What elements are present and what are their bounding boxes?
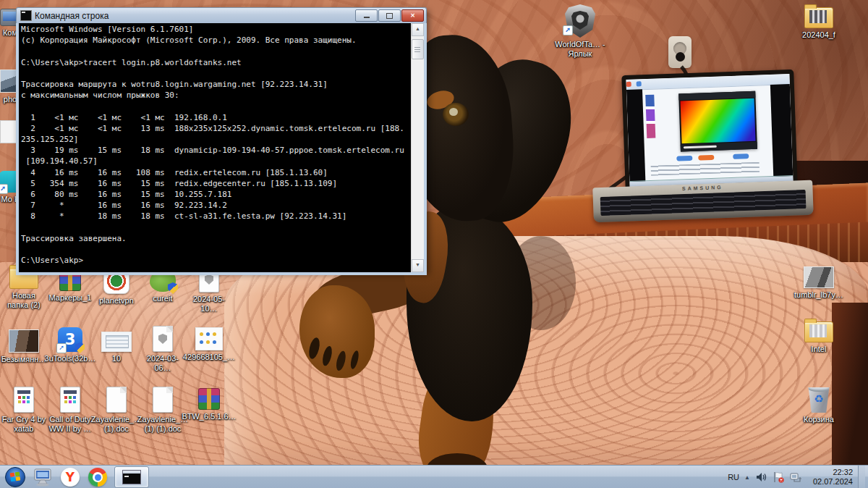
desktop-icon-label: Маркеры_1 <box>49 293 92 303</box>
laptop-letterbox-right <box>770 84 793 177</box>
desktop-icon-label: pho <box>4 95 17 104</box>
desktop-icon-label: Call of Duty WW II by … <box>48 415 93 434</box>
cmd-icon <box>122 470 141 484</box>
desktop-icon-farcry[interactable]: Far Cry 4 by xatab <box>1 387 46 434</box>
tray-time: 22:32 <box>813 468 853 477</box>
scroll-down-icon[interactable]: ▼ <box>412 259 424 272</box>
desktop-icon-label: 10 <box>112 354 121 363</box>
laptop-video-player <box>678 91 757 152</box>
desktop-icon-label: Intel <box>812 345 827 354</box>
cmd-body: Microsoft Windows [Version 6.1.7601] (c)… <box>16 23 427 275</box>
desktop-icon-zayavlenie-1[interactable]: Zayavlenie_… (1).doc <box>94 387 139 434</box>
document-icon <box>153 387 173 413</box>
tray-date: 02.07.2024 <box>813 477 853 487</box>
hidden-icons-chevron[interactable]: ▲ <box>744 474 750 481</box>
desktop-icon-label: 3uTools(32b… <box>45 354 96 363</box>
desktop-icon-10[interactable]: 10 <box>94 332 139 363</box>
document-icon <box>0 120 17 143</box>
recycle-bin-icon: ♻ <box>808 385 830 413</box>
onscreen-keyboard-icon[interactable] <box>32 467 54 487</box>
desktop-icon-label: 2024-03-06… <box>140 354 185 373</box>
folder-icon <box>804 321 833 342</box>
desktop-icon-label: Новая папка (2) <box>1 291 46 310</box>
laptop-browser-page <box>626 74 793 187</box>
desktop-icon-intel[interactable]: Intel <box>796 321 842 354</box>
yandex-browser-icon[interactable]: Y <box>59 467 81 487</box>
document-icon <box>106 387 127 413</box>
laptop-rainbow-video <box>681 98 756 144</box>
desktop-icon-worldoftanks[interactable]: ➚ WorldOfTa… - Ярлык <box>554 4 606 59</box>
desktop-icon-label: Корзина <box>804 415 834 424</box>
laptop-page-text <box>651 162 760 176</box>
cmd-window-title: Командная строка <box>35 11 354 21</box>
recycle-glyph-icon: ♻ <box>814 392 823 405</box>
taskbar: Y RU ▲ 22:32 <box>0 465 868 488</box>
cmd-taskbar-button[interactable] <box>114 466 149 488</box>
screen: SAMSUNG Ком pho ➚ Мо К Новая папка ( <box>0 0 868 488</box>
image-icon <box>9 329 39 353</box>
chrome-icon[interactable] <box>87 467 109 487</box>
torrent-file-icon <box>60 387 80 413</box>
dog-eye <box>443 103 469 126</box>
scrollbar-thumb[interactable] <box>412 39 424 59</box>
desktop-icon-202404-f[interactable]: 202404_f <box>793 7 845 40</box>
maximize-button[interactable] <box>378 9 401 22</box>
cmd-window: Командная строка ✕ Microsoft Windows [Ve… <box>16 7 427 272</box>
language-indicator[interactable]: RU <box>728 473 739 481</box>
desktop-icon-label: 2024-05-10… <box>187 295 231 314</box>
desktop-icon-label: Zayavlenie_… (1).doc <box>91 415 142 434</box>
start-button[interactable] <box>4 466 26 488</box>
action-center-flag-icon[interactable] <box>772 471 785 483</box>
laptop-page-thumbnails <box>645 95 655 138</box>
desktop-icon-partial[interactable] <box>0 120 17 143</box>
torrent-file-icon <box>14 387 34 413</box>
laptop-letterbox-left <box>626 89 645 182</box>
laptop-keys <box>600 190 807 216</box>
scroll-up-icon[interactable]: ▲ <box>412 23 424 36</box>
close-button[interactable]: ✕ <box>401 9 424 22</box>
desktop-icon-429668105[interactable]: 429668105_… <box>187 327 231 362</box>
document-icon <box>153 326 173 352</box>
console-output[interactable]: Microsoft Windows [Version 6.1.7601] (c)… <box>19 23 411 272</box>
shortcut-arrow-icon: ➚ <box>563 25 573 35</box>
desktop-icon-3utools[interactable]: 3➚ 3uTools(32b… <box>48 327 93 363</box>
image-icon <box>101 332 132 352</box>
winrar-archive-icon <box>198 388 220 410</box>
shortcut-arrow-icon: ➚ <box>0 184 8 194</box>
desktop-icon-label: Far Cry 4 by xatab <box>1 415 46 434</box>
desktop-icon-zayavlenie-2[interactable]: Zayavlenie_… (1) (1).doc <box>140 387 185 434</box>
scrollbar[interactable]: ▲ ▼ <box>411 23 424 272</box>
scrollbar-track[interactable] <box>412 36 424 259</box>
image-icon <box>804 266 834 288</box>
desktop-icon-label: cureit <box>153 294 173 303</box>
desktop-icon-label: 429668105_… <box>183 353 235 362</box>
taskbar-items: Y <box>0 466 728 488</box>
desktop-icon-btw[interactable]: BTW_6.5.1.6… <box>187 388 231 421</box>
desktop-icon-label: 202404_f <box>802 30 835 40</box>
laptop-browser-toolbar <box>626 74 789 91</box>
desktop-icon-label: tumblr_lb7y… <box>794 290 843 300</box>
cmd-icon <box>20 10 32 21</box>
desktop-icon-recycle-bin[interactable]: ♻ Корзина <box>793 385 845 424</box>
desktop-icon-tumblr[interactable]: tumblr_lb7y… <box>791 266 846 300</box>
volume-icon[interactable] <box>755 471 767 483</box>
desktop-icon-label: Zayavlenie_… (1) (1).doc <box>137 415 188 434</box>
minimize-button[interactable] <box>355 9 378 22</box>
desktop-icon-label: WorldOfTa… - Ярлык <box>554 40 606 59</box>
desktop-icon-2024-03-06[interactable]: 2024-03-06… <box>140 326 185 373</box>
cmd-titlebar[interactable]: Командная строка ✕ <box>16 7 427 23</box>
clock[interactable]: 22:32 02.07.2024 <box>809 468 853 487</box>
image-icon <box>195 327 223 350</box>
desktop-icon-label: planetvpn <box>99 296 134 306</box>
desktop-icon-cod[interactable]: Call of Duty WW II by … <box>48 387 93 434</box>
wallpaper-laptop-screen <box>621 70 797 191</box>
network-icon[interactable] <box>790 471 804 483</box>
laptop-page-buttons <box>676 153 763 161</box>
show-desktop-button[interactable] <box>858 466 865 488</box>
desktop-icon-label: Безымянн… <box>1 355 47 364</box>
system-tray: RU ▲ 22:32 02.07.2024 <box>728 466 868 488</box>
desktop-icon-bezymyann[interactable]: Безымянн… <box>1 329 46 364</box>
desktop-icon-label: BTW_6.5.1.6… <box>182 412 236 421</box>
console-text: Microsoft Windows [Version 6.1.7601] (c)… <box>21 24 411 266</box>
folder-icon <box>804 7 833 28</box>
